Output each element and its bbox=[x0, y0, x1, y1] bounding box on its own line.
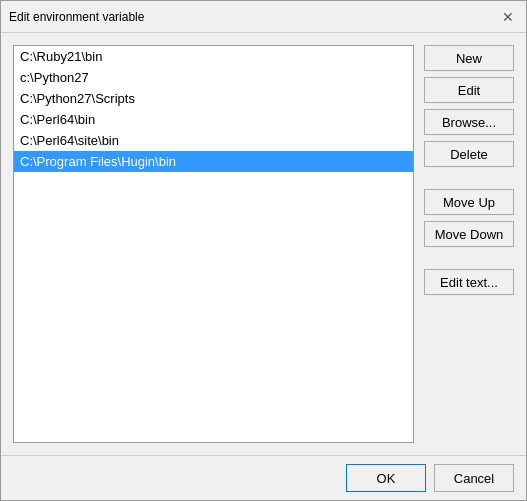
new-button[interactable]: New bbox=[424, 45, 514, 71]
move-down-button[interactable]: Move Down bbox=[424, 221, 514, 247]
edit-button[interactable]: Edit bbox=[424, 77, 514, 103]
spacer2 bbox=[424, 253, 514, 263]
dialog-title: Edit environment variable bbox=[9, 10, 144, 24]
list-item[interactable]: c:\Python27 bbox=[14, 67, 413, 88]
spacer1 bbox=[424, 173, 514, 183]
dialog-footer: OK Cancel bbox=[1, 455, 526, 500]
list-item[interactable]: C:\Program Files\Hugin\bin bbox=[14, 151, 413, 172]
title-bar: Edit environment variable ✕ bbox=[1, 1, 526, 33]
dialog-body: C:\Ruby21\binc:\Python27C:\Python27\Scri… bbox=[1, 33, 526, 455]
list-item[interactable]: C:\Perl64\bin bbox=[14, 109, 413, 130]
browse-button[interactable]: Browse... bbox=[424, 109, 514, 135]
list-item[interactable]: C:\Ruby21\bin bbox=[14, 46, 413, 67]
list-item[interactable]: C:\Perl64\site\bin bbox=[14, 130, 413, 151]
buttons-panel: New Edit Browse... Delete Move Up Move D… bbox=[424, 45, 514, 443]
edit-text-button[interactable]: Edit text... bbox=[424, 269, 514, 295]
path-list[interactable]: C:\Ruby21\binc:\Python27C:\Python27\Scri… bbox=[13, 45, 414, 443]
cancel-button[interactable]: Cancel bbox=[434, 464, 514, 492]
dialog: Edit environment variable ✕ C:\Ruby21\bi… bbox=[0, 0, 527, 501]
delete-button[interactable]: Delete bbox=[424, 141, 514, 167]
close-button[interactable]: ✕ bbox=[498, 7, 518, 27]
move-up-button[interactable]: Move Up bbox=[424, 189, 514, 215]
ok-button[interactable]: OK bbox=[346, 464, 426, 492]
list-item[interactable]: C:\Python27\Scripts bbox=[14, 88, 413, 109]
